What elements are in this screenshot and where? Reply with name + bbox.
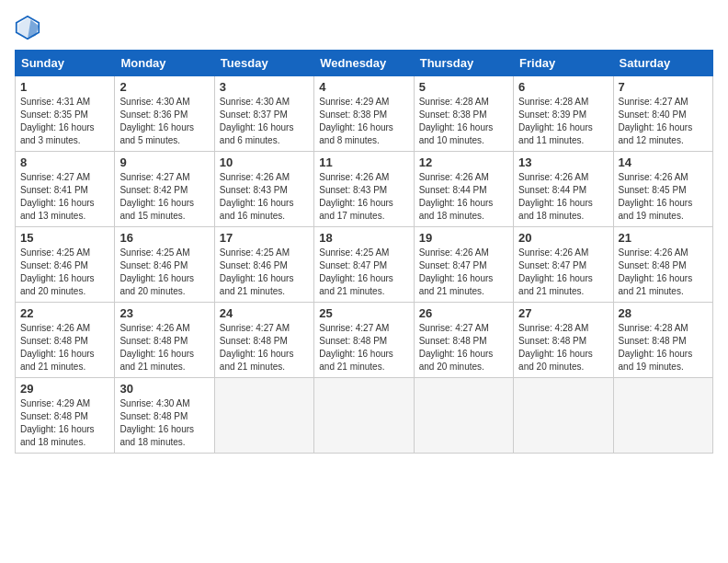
day-number: 30 [119,382,209,396]
day-info: Sunrise: 4:26 AM Sunset: 8:48 PM Dayligh… [20,322,109,373]
calendar-cell: 19Sunrise: 4:26 AM Sunset: 8:47 PM Dayli… [414,227,513,303]
week-row-3: 15Sunrise: 4:25 AM Sunset: 8:46 PM Dayli… [16,227,713,303]
day-info: Sunrise: 4:29 AM Sunset: 8:38 PM Dayligh… [319,96,408,147]
calendar-cell: 26Sunrise: 4:27 AM Sunset: 8:48 PM Dayli… [414,303,513,378]
day-number: 5 [419,80,508,94]
weekday-header-row: SundayMondayTuesdayWednesdayThursdayFrid… [16,51,713,76]
day-number: 24 [220,306,309,320]
day-info: Sunrise: 4:26 AM Sunset: 8:48 PM Dayligh… [119,322,209,373]
day-info: Sunrise: 4:27 AM Sunset: 8:48 PM Dayligh… [220,322,309,373]
calendar-cell: 27Sunrise: 4:28 AM Sunset: 8:48 PM Dayli… [514,303,613,378]
day-info: Sunrise: 4:26 AM Sunset: 8:47 PM Dayligh… [518,247,608,298]
day-number: 4 [319,80,408,94]
calendar-cell: 25Sunrise: 4:27 AM Sunset: 8:48 PM Dayli… [314,303,414,378]
calendar-cell [314,378,414,454]
calendar-cell: 22Sunrise: 4:26 AM Sunset: 8:48 PM Dayli… [16,303,115,378]
day-number: 1 [20,80,109,94]
day-info: Sunrise: 4:26 AM Sunset: 8:47 PM Dayligh… [419,247,508,298]
day-number: 9 [119,155,209,169]
calendar-cell: 3Sunrise: 4:30 AM Sunset: 8:37 PM Daylig… [214,76,313,152]
day-info: Sunrise: 4:26 AM Sunset: 8:44 PM Dayligh… [518,171,608,223]
day-number: 18 [319,231,408,245]
weekday-monday: Monday [115,51,214,76]
day-info: Sunrise: 4:30 AM Sunset: 8:36 PM Dayligh… [119,96,209,147]
day-number: 16 [119,231,209,245]
calendar-cell: 2Sunrise: 4:30 AM Sunset: 8:36 PM Daylig… [115,76,214,152]
week-row-4: 22Sunrise: 4:26 AM Sunset: 8:48 PM Dayli… [16,303,713,378]
calendar-cell: 1Sunrise: 4:31 AM Sunset: 8:35 PM Daylig… [16,76,115,152]
day-info: Sunrise: 4:31 AM Sunset: 8:35 PM Dayligh… [20,96,109,147]
calendar-cell: 9Sunrise: 4:27 AM Sunset: 8:42 PM Daylig… [115,152,214,227]
calendar-cell: 6Sunrise: 4:28 AM Sunset: 8:39 PM Daylig… [514,76,613,152]
day-info: Sunrise: 4:27 AM Sunset: 8:41 PM Dayligh… [20,171,109,223]
week-row-1: 1Sunrise: 4:31 AM Sunset: 8:35 PM Daylig… [16,76,713,152]
calendar-cell: 29Sunrise: 4:29 AM Sunset: 8:48 PM Dayli… [16,378,115,454]
day-number: 12 [419,155,508,169]
calendar-cell: 23Sunrise: 4:26 AM Sunset: 8:48 PM Dayli… [115,303,214,378]
day-info: Sunrise: 4:25 AM Sunset: 8:46 PM Dayligh… [119,247,209,298]
day-number: 22 [20,306,109,320]
calendar-cell: 5Sunrise: 4:28 AM Sunset: 8:38 PM Daylig… [414,76,513,152]
day-info: Sunrise: 4:26 AM Sunset: 8:44 PM Dayligh… [419,171,508,223]
day-info: Sunrise: 4:28 AM Sunset: 8:39 PM Dayligh… [518,96,608,147]
calendar-cell: 20Sunrise: 4:26 AM Sunset: 8:47 PM Dayli… [514,227,613,303]
calendar-cell: 16Sunrise: 4:25 AM Sunset: 8:46 PM Dayli… [115,227,214,303]
day-number: 10 [220,155,309,169]
day-info: Sunrise: 4:30 AM Sunset: 8:48 PM Dayligh… [119,397,209,449]
calendar-cell: 4Sunrise: 4:29 AM Sunset: 8:38 PM Daylig… [314,76,414,152]
logo-icon [15,15,40,40]
calendar-cell: 10Sunrise: 4:26 AM Sunset: 8:43 PM Dayli… [214,152,313,227]
day-number: 11 [319,155,408,169]
day-number: 15 [20,231,109,245]
day-info: Sunrise: 4:28 AM Sunset: 8:48 PM Dayligh… [518,322,608,373]
day-number: 26 [419,306,508,320]
calendar-cell [214,378,313,454]
header [15,15,713,40]
calendar-cell: 13Sunrise: 4:26 AM Sunset: 8:44 PM Dayli… [514,152,613,227]
day-number: 2 [119,80,209,94]
day-number: 29 [20,382,109,396]
calendar-cell: 7Sunrise: 4:27 AM Sunset: 8:40 PM Daylig… [613,76,712,152]
day-number: 21 [619,231,708,245]
logo [15,15,44,40]
calendar-cell: 18Sunrise: 4:25 AM Sunset: 8:47 PM Dayli… [314,227,414,303]
day-number: 25 [319,306,408,320]
weekday-tuesday: Tuesday [214,51,313,76]
calendar-cell: 14Sunrise: 4:26 AM Sunset: 8:45 PM Dayli… [613,152,712,227]
day-info: Sunrise: 4:26 AM Sunset: 8:43 PM Dayligh… [220,171,309,223]
weekday-thursday: Thursday [414,51,513,76]
day-number: 17 [220,231,309,245]
day-info: Sunrise: 4:26 AM Sunset: 8:45 PM Dayligh… [619,171,708,223]
calendar-cell: 21Sunrise: 4:26 AM Sunset: 8:48 PM Dayli… [613,227,712,303]
day-info: Sunrise: 4:30 AM Sunset: 8:37 PM Dayligh… [220,96,309,147]
calendar-cell [514,378,613,454]
day-info: Sunrise: 4:25 AM Sunset: 8:47 PM Dayligh… [319,247,408,298]
day-number: 6 [518,80,608,94]
day-info: Sunrise: 4:25 AM Sunset: 8:46 PM Dayligh… [220,247,309,298]
calendar-cell: 11Sunrise: 4:26 AM Sunset: 8:43 PM Dayli… [314,152,414,227]
weekday-friday: Friday [514,51,613,76]
day-number: 14 [619,155,708,169]
day-info: Sunrise: 4:27 AM Sunset: 8:48 PM Dayligh… [419,322,508,373]
day-number: 3 [220,80,309,94]
day-number: 19 [419,231,508,245]
calendar-cell [414,378,513,454]
week-row-2: 8Sunrise: 4:27 AM Sunset: 8:41 PM Daylig… [16,152,713,227]
calendar-cell: 30Sunrise: 4:30 AM Sunset: 8:48 PM Dayli… [115,378,214,454]
day-number: 28 [619,306,708,320]
calendar-cell: 15Sunrise: 4:25 AM Sunset: 8:46 PM Dayli… [16,227,115,303]
weekday-wednesday: Wednesday [314,51,414,76]
day-info: Sunrise: 4:25 AM Sunset: 8:46 PM Dayligh… [20,247,109,298]
calendar-table: SundayMondayTuesdayWednesdayThursdayFrid… [15,50,713,454]
day-number: 20 [518,231,608,245]
week-row-5: 29Sunrise: 4:29 AM Sunset: 8:48 PM Dayli… [16,378,713,454]
day-info: Sunrise: 4:26 AM Sunset: 8:48 PM Dayligh… [619,247,708,298]
weekday-sunday: Sunday [16,51,115,76]
calendar-cell [613,378,712,454]
calendar-cell: 24Sunrise: 4:27 AM Sunset: 8:48 PM Dayli… [214,303,313,378]
day-number: 13 [518,155,608,169]
day-number: 23 [119,306,209,320]
calendar-cell: 12Sunrise: 4:26 AM Sunset: 8:44 PM Dayli… [414,152,513,227]
day-info: Sunrise: 4:27 AM Sunset: 8:48 PM Dayligh… [319,322,408,373]
calendar-cell: 17Sunrise: 4:25 AM Sunset: 8:46 PM Dayli… [214,227,313,303]
